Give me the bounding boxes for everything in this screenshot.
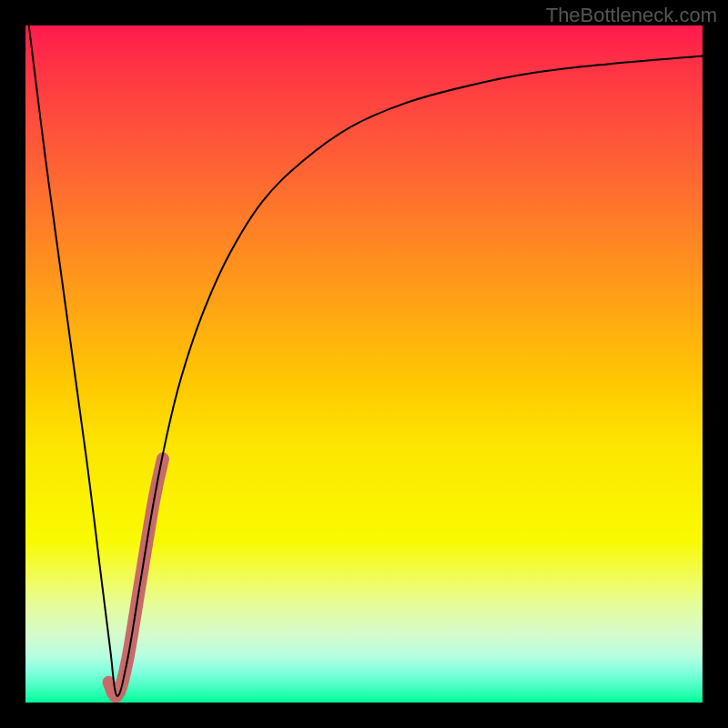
- main-curve: [29, 25, 703, 696]
- chart-svg: [25, 25, 703, 703]
- plot-area: [25, 25, 703, 703]
- attribution-text: TheBottleneck.com: [546, 4, 717, 27]
